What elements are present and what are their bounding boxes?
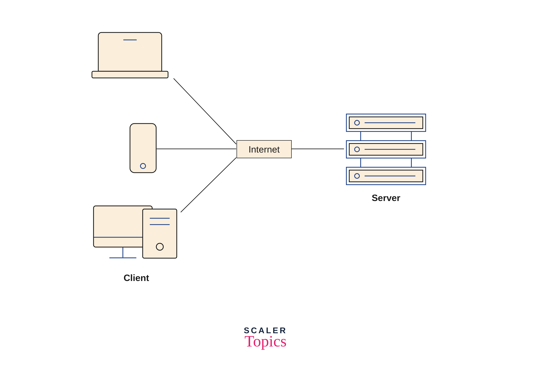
internet-node: Internet: [236, 140, 292, 158]
svg-line-0: [173, 78, 236, 144]
phone-icon: [130, 123, 156, 173]
laptop-icon: [92, 33, 168, 78]
svg-rect-4: [92, 71, 168, 78]
svg-line-2: [181, 158, 236, 212]
client-label: Client: [120, 272, 152, 283]
svg-rect-6: [130, 123, 156, 173]
diagram-canvas: Internet Client Server SCALER Topics: [0, 0, 539, 392]
internet-label: Internet: [249, 144, 280, 155]
server-label: Server: [370, 192, 402, 203]
server-icon: [346, 114, 426, 185]
desktop-icon: [94, 206, 177, 258]
svg-rect-12: [143, 209, 177, 258]
logo-line2: Topics: [238, 333, 293, 349]
scaler-topics-logo: SCALER Topics: [238, 326, 293, 349]
